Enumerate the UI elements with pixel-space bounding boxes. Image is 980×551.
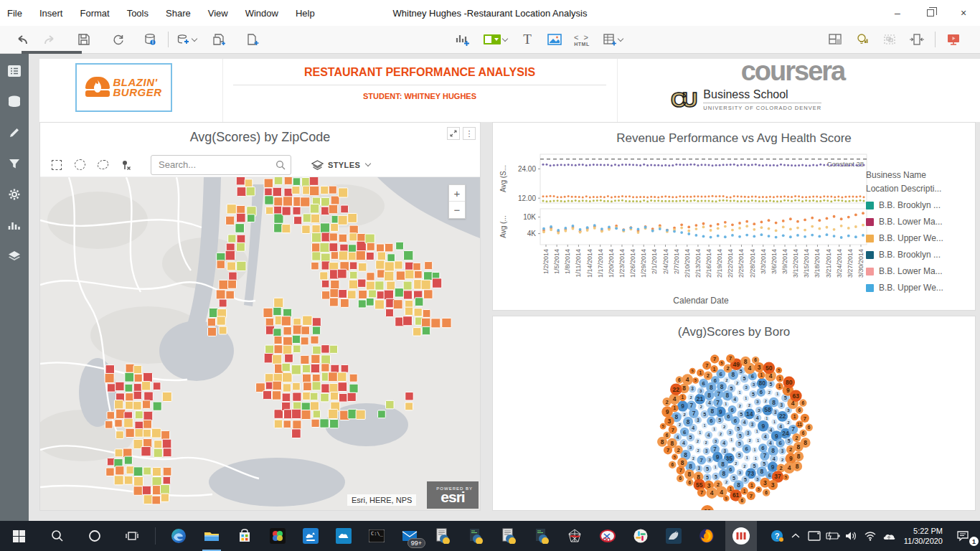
map-widget[interactable]: Avg(Scores) by ZipCode ⋮ [39, 122, 481, 511]
data-icon[interactable] [5, 93, 24, 110]
choropleth-map[interactable] [40, 177, 480, 510]
backup-icon[interactable] [296, 521, 325, 551]
svg-text:8: 8 [737, 481, 740, 489]
expand-icon[interactable] [447, 127, 460, 140]
map-area[interactable]: + − Esri, HERE, NPS POWERED BY esri [40, 177, 480, 510]
layers-icon[interactable] [5, 248, 24, 265]
store-icon[interactable] [230, 521, 259, 551]
sap-analytics-icon[interactable] [725, 521, 757, 551]
battery-icon[interactable] [824, 521, 842, 551]
menu-item-tools[interactable]: Tools [127, 8, 149, 19]
svg-text:2/19/2014: 2/19/2014 [716, 249, 723, 278]
legend-item[interactable]: B.B. Lower Ma... [866, 217, 972, 227]
chevron-down-icon [618, 35, 623, 41]
data-settings-icon[interactable]: i [136, 28, 164, 51]
mysql-workbench-icon[interactable] [659, 521, 688, 551]
legend-item[interactable]: B.B. Brooklyn ... [866, 250, 972, 260]
firefox-icon[interactable] [692, 521, 721, 551]
restore-button[interactable] [914, 0, 947, 26]
brand-logo[interactable]: BLAZIN' BURGER [75, 63, 172, 112]
file-explorer-icon[interactable] [197, 521, 226, 551]
snipping-icon[interactable] [593, 521, 622, 551]
chevron-up-icon[interactable] [786, 521, 805, 551]
legend-item[interactable]: B.B. Brooklyn ... [866, 200, 972, 210]
close-button[interactable]: × [947, 0, 980, 26]
network-app-icon[interactable] [560, 521, 589, 551]
svg-text:6: 6 [802, 430, 805, 435]
task-view-icon[interactable] [118, 521, 146, 551]
menu-item-window[interactable]: Window [245, 8, 278, 19]
python-console-icon[interactable] [461, 521, 490, 551]
circle-select-icon[interactable] [73, 159, 86, 171]
add-page-icon[interactable] [239, 28, 266, 51]
cortana-icon[interactable] [80, 521, 109, 551]
wifi-icon[interactable] [861, 521, 880, 551]
save-icon[interactable] [70, 28, 98, 51]
menu-item-view[interactable]: View [208, 8, 228, 19]
redo-icon[interactable] [36, 28, 63, 51]
minimize-button[interactable]: – [881, 0, 914, 26]
python-file2-icon[interactable] [494, 521, 523, 551]
lasso-select-icon[interactable] [96, 159, 109, 171]
legend-item[interactable]: B.B. Lower Ma... [866, 266, 972, 276]
edit-icon[interactable] [5, 124, 24, 141]
smart-insight-icon[interactable] [849, 28, 876, 51]
zoom-out-button[interactable]: − [449, 202, 465, 218]
insert-image-icon[interactable] [541, 28, 568, 51]
packed-bubble-chart[interactable]: 5365241632555346211409132664311425897411… [493, 344, 975, 510]
cloud-app-icon[interactable] [329, 521, 358, 551]
menu-item-share[interactable]: Share [166, 8, 191, 19]
onedrive-icon[interactable] [880, 521, 898, 551]
volume-icon[interactable] [842, 521, 861, 551]
zoom-in-button[interactable]: + [449, 185, 465, 202]
charts-icon[interactable] [5, 217, 24, 234]
cmd-icon[interactable]: C:\_ [362, 521, 391, 551]
mail-icon[interactable]: 99+ [395, 521, 424, 551]
menu-item-help[interactable]: Help [296, 8, 315, 19]
fit-canvas-icon[interactable] [903, 28, 930, 51]
insert-text-icon[interactable]: T [514, 28, 541, 51]
add-datasource-icon[interactable] [173, 28, 200, 51]
notification-icon[interactable]: 1 [948, 521, 977, 551]
help-icon[interactable]: ? [768, 521, 786, 551]
styles-button[interactable]: STYLES [311, 160, 370, 170]
clear-pins-icon[interactable] [119, 159, 132, 171]
legend-item[interactable]: B.B. Upper We... [866, 283, 972, 293]
filter-icon[interactable] [5, 155, 24, 172]
duplicate-page-icon[interactable] [206, 28, 233, 51]
undo-icon[interactable] [9, 28, 36, 51]
present-icon[interactable] [940, 28, 967, 51]
svg-text:8: 8 [744, 358, 748, 365]
menu-item-insert[interactable]: Insert [39, 8, 63, 19]
search-input[interactable] [151, 155, 291, 175]
insert-html-icon[interactable]: < >HTML [568, 28, 595, 51]
python-console2-icon[interactable] [527, 521, 556, 551]
start-icon[interactable] [4, 521, 33, 551]
rect-select-icon[interactable] [50, 159, 63, 171]
svg-text:5: 5 [752, 392, 755, 397]
python-file-icon[interactable] [428, 521, 457, 551]
photos-icon[interactable] [263, 521, 292, 551]
insert-table-icon[interactable] [595, 28, 630, 51]
insert-chart-icon[interactable] [449, 28, 476, 51]
taskbar-clock[interactable]: 5:22 PM 11/30/2020 [898, 526, 948, 546]
svg-text:8: 8 [772, 399, 776, 406]
menu-item-format[interactable]: Format [80, 8, 109, 19]
boro-chart-widget[interactable]: (Avg)Scores by Boro 53652416325553462114… [492, 316, 976, 511]
revenue-chart-widget[interactable]: Revenue Performance vs Avg Health Score … [492, 122, 976, 311]
refresh-icon[interactable] [105, 28, 132, 51]
taskbar-search-icon[interactable] [43, 521, 72, 551]
settings-icon[interactable] [5, 186, 24, 203]
svg-text:1: 1 [699, 370, 702, 375]
slack-icon[interactable] [626, 521, 655, 551]
tablet-mode-icon[interactable] [805, 521, 824, 551]
menu-item-file[interactable]: File [7, 8, 22, 19]
outline-icon[interactable] [5, 62, 24, 80]
kebab-menu-icon[interactable]: ⋮ [463, 127, 476, 140]
layout-icon[interactable] [821, 28, 849, 51]
revenue-chart-plot[interactable]: 24.0012.0010K4KAvg (S...Avg (...Constant… [497, 150, 870, 302]
legend-item[interactable]: B.B. Upper We... [866, 233, 972, 243]
legend-label: B.B. Upper We... [879, 233, 943, 243]
input-control-icon[interactable] [476, 28, 514, 51]
edge-icon[interactable] [164, 521, 193, 551]
